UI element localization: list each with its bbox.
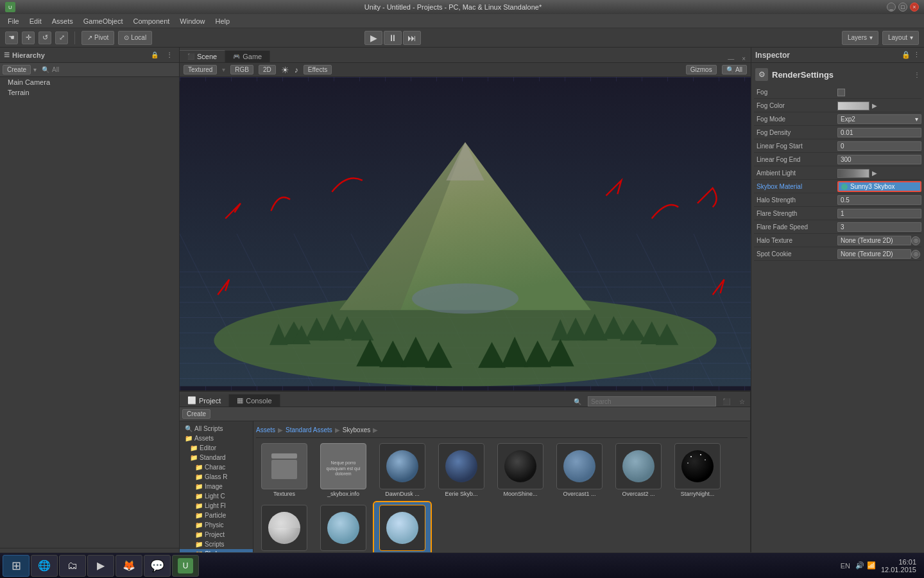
- gizmos-btn[interactable]: Gizmos: [686, 65, 717, 74]
- all-btn[interactable]: 🔍 All: [722, 65, 747, 74]
- unity-btn[interactable]: U: [172, 555, 199, 577]
- ambient-color-swatch[interactable]: [837, 169, 869, 178]
- fog-start-input[interactable]: 0: [837, 141, 921, 151]
- tab-game[interactable]: 🎮 Game: [225, 51, 270, 62]
- component-title: RenderSettings: [772, 70, 834, 80]
- hierarchy-lock[interactable]: 🔒: [148, 51, 161, 58]
- menu-edit[interactable]: Edit: [24, 16, 47, 26]
- scene-view[interactable]: X Y Z Persp: [180, 77, 751, 390]
- asset-textures-label: Textures: [273, 491, 295, 497]
- component-menu[interactable]: ⋮: [914, 71, 920, 78]
- hierarchy-create-btn[interactable]: Create: [3, 65, 31, 74]
- color-space-dropdown[interactable]: RGB: [230, 65, 253, 74]
- project-search-input[interactable]: [588, 396, 716, 407]
- hand-tool[interactable]: ☚: [5, 31, 18, 44]
- start-button[interactable]: ⊞: [3, 555, 30, 577]
- asset-starrynnight[interactable]: StarryNight...: [669, 441, 726, 500]
- rotate-tool[interactable]: ↺: [38, 31, 51, 44]
- fog-mode-dropdown[interactable]: Exp2▾: [837, 114, 921, 124]
- breadcrumb-standard[interactable]: Standard Assets: [286, 426, 332, 434]
- ambient-expand[interactable]: ▶: [872, 170, 877, 177]
- minimize-button[interactable]: _: [887, 3, 896, 12]
- sidebar-all-scripts[interactable]: 🔍 All Scripts: [180, 424, 253, 434]
- sidebar-particle[interactable]: 📁 Particle: [180, 511, 253, 520]
- files-btn[interactable]: 🗂: [59, 555, 86, 577]
- halo-texture-input[interactable]: None (Texture 2D): [837, 236, 911, 245]
- asset-overcast1[interactable]: Overcast1 ...: [551, 441, 608, 500]
- search-icon[interactable]: 🔍: [571, 398, 584, 405]
- breadcrumb-skyboxes[interactable]: Skyboxes: [343, 426, 370, 434]
- fog-color-swatch[interactable]: [837, 101, 869, 110]
- inspector-row-fog: Fog: [754, 86, 921, 99]
- menu-gameobject[interactable]: GameObject: [78, 16, 128, 26]
- tab-scene[interactable]: ⬛ Scene: [180, 50, 225, 62]
- spot-cookie-pick[interactable]: ◎: [911, 250, 920, 259]
- spot-cookie-input[interactable]: None (Texture 2D): [837, 249, 911, 259]
- gear-icon: ⚙: [755, 68, 768, 81]
- skype-btn[interactable]: 💬: [144, 555, 171, 577]
- fog-end-input[interactable]: 300: [837, 155, 921, 164]
- maximize-button[interactable]: □: [898, 3, 907, 12]
- step-button[interactable]: ⏭: [403, 31, 421, 45]
- fog-checkbox[interactable]: [837, 89, 845, 96]
- pause-button[interactable]: ⏸: [384, 31, 402, 45]
- tab-console[interactable]: ▦ Console: [229, 394, 280, 407]
- menu-assets[interactable]: Assets: [47, 16, 78, 26]
- asset-textures[interactable]: Textures: [256, 441, 312, 500]
- flare-fade-input[interactable]: 3: [837, 222, 921, 232]
- sidebar-projectf[interactable]: 📁 Project: [180, 530, 253, 539]
- effects-dropdown[interactable]: Effects: [304, 65, 332, 74]
- project-icon2[interactable]: ☆: [737, 398, 748, 405]
- dimension-toggle[interactable]: 2D: [259, 65, 276, 74]
- halo-strength-input[interactable]: 0.5: [837, 195, 921, 205]
- scale-tool[interactable]: ⤢: [55, 31, 68, 44]
- asset-moonshine[interactable]: MoonShine...: [492, 441, 549, 500]
- local-button[interactable]: ⊙Local: [118, 31, 152, 45]
- render-mode-dropdown[interactable]: Textured: [184, 65, 217, 74]
- skybox-value[interactable]: Sunny3 Skybox: [837, 181, 921, 192]
- sidebar-physic[interactable]: 📁 Physic: [180, 520, 253, 530]
- flare-strength-input[interactable]: 1: [837, 209, 921, 218]
- play-button[interactable]: ▶: [364, 31, 382, 45]
- inspector-menu[interactable]: ⋮: [913, 51, 920, 59]
- asset-skybox-info[interactable]: Neque porro quisquam est qui dolorem _sk…: [315, 441, 372, 500]
- asset-overcast2[interactable]: Overcast2 ...: [610, 441, 667, 500]
- sidebar-assets[interactable]: 📁 Assets: [180, 434, 253, 443]
- sidebar-editor[interactable]: 📁 Editor: [180, 443, 253, 453]
- browser-btn[interactable]: 🌐: [31, 555, 58, 577]
- menu-help[interactable]: Help: [210, 16, 235, 26]
- layout-dropdown[interactable]: Layout▾: [882, 31, 919, 45]
- sidebar-image[interactable]: 📁 Image: [180, 482, 253, 491]
- sidebar-scripts[interactable]: 📁 Scripts: [180, 539, 253, 549]
- project-icon1[interactable]: ⬛: [720, 398, 733, 405]
- menu-file[interactable]: File: [3, 16, 24, 26]
- media-btn[interactable]: ▶: [87, 555, 114, 577]
- tab-project[interactable]: ⬜ Project: [180, 394, 229, 407]
- label-flare-strength: Flare Strength: [754, 210, 837, 217]
- project-create-btn[interactable]: Create: [182, 409, 210, 419]
- asset-eerie[interactable]: Eerie Skyb...: [433, 441, 490, 500]
- fox-btn[interactable]: 🦊: [116, 555, 142, 577]
- breadcrumb-assets[interactable]: Assets: [256, 426, 275, 434]
- layers-dropdown[interactable]: Layers▾: [842, 31, 878, 45]
- hierarchy-item-terrain[interactable]: Terrain: [0, 87, 179, 98]
- close-button[interactable]: ×: [910, 3, 919, 12]
- sidebar-glass[interactable]: 📁 Glass R: [180, 472, 253, 482]
- inspector-lock[interactable]: 🔒: [902, 51, 911, 59]
- view-minimize[interactable]: —: [725, 55, 737, 62]
- sidebar-lightfl[interactable]: 📁 Light Fl: [180, 501, 253, 511]
- view-close[interactable]: ×: [739, 55, 748, 62]
- halo-texture-pick[interactable]: ◎: [911, 236, 920, 245]
- menu-component[interactable]: Component: [128, 16, 175, 26]
- sidebar-standard[interactable]: 📁 Standard: [180, 453, 253, 462]
- sidebar-lightc[interactable]: 📁 Light C: [180, 491, 253, 501]
- hierarchy-item-camera[interactable]: Main Camera: [0, 77, 179, 87]
- menu-window[interactable]: Window: [175, 16, 210, 26]
- sidebar-charac[interactable]: 📁 Charac: [180, 462, 253, 472]
- fog-color-expand[interactable]: ▶: [872, 102, 877, 109]
- hierarchy-menu[interactable]: ⋮: [164, 51, 175, 58]
- fog-density-input[interactable]: 0.01: [837, 128, 921, 137]
- move-tool[interactable]: ✛: [22, 31, 35, 44]
- asset-dawndusk[interactable]: DawnDusk ...: [374, 441, 431, 500]
- pivot-button[interactable]: ↗Pivot: [81, 31, 114, 45]
